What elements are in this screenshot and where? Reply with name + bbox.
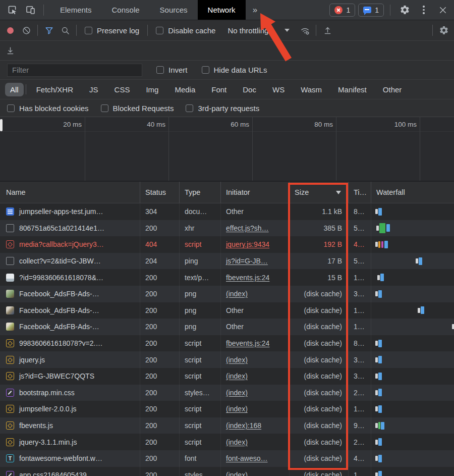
table-row[interactable]: 998360661618078?v=2.…200scriptfbevents.j… (0, 335, 454, 352)
checkbox-icon[interactable] (7, 104, 15, 112)
table-row[interactable]: jquery.js200script(index)(disk cache)3… (0, 351, 454, 368)
checkbox-icon[interactable] (186, 104, 193, 112)
record-button[interactable] (2, 23, 18, 37)
table-row[interactable]: bootstrap.min.css200styles…(index)(disk … (0, 385, 454, 401)
console-errors-badge[interactable]: 1 (329, 4, 355, 17)
request-initiator[interactable]: js?id=G-JB… (226, 257, 268, 265)
filter-pill-font[interactable]: Font (206, 83, 232, 96)
hide-data-urls-checkbox[interactable] (202, 66, 209, 74)
request-name: jquery-3.1.1.min.js (19, 438, 77, 446)
preserve-log-checkbox[interactable] (85, 27, 92, 34)
table-row[interactable]: js?id=G-JBWEC7QQTS200script(index)(disk … (0, 368, 454, 385)
request-name: Facebook_AdsFB-Ads-… (19, 290, 99, 298)
filter-pill-fetch-xhr[interactable]: Fetch/XHR (31, 83, 78, 96)
timeline-overview[interactable]: 20 ms40 ms60 ms80 ms100 ms (0, 117, 454, 182)
filter-pill-wasm[interactable]: Wasm (296, 83, 327, 96)
column-header-ti[interactable]: Ti… (348, 182, 371, 203)
column-header-label: Ti… (354, 188, 367, 196)
request-initiator[interactable]: (index) (226, 471, 248, 476)
throttling-value: No throttling (228, 26, 268, 35)
disable-cache-toggle[interactable]: Disable cache (151, 26, 220, 35)
column-header-type[interactable]: Type (179, 182, 220, 203)
waterfall-blue-bar (381, 422, 384, 430)
column-header-status[interactable]: Status (140, 182, 179, 203)
tab-elements[interactable]: Elements (50, 0, 102, 20)
settings-gear-icon[interactable] (396, 3, 413, 18)
request-initiator[interactable]: fbevents.js:24 (226, 274, 269, 282)
checkbox-icon[interactable] (101, 104, 108, 112)
column-header-initiator[interactable]: Initiator (220, 182, 289, 203)
table-row[interactable]: Facebook_AdsFB-Ads-…200pngOther(disk cac… (0, 302, 454, 319)
table-row[interactable]: jquery-3.1.1.min.js200script(index)(disk… (0, 434, 454, 450)
filter-checkbox-2[interactable]: 3rd-party requests (186, 104, 259, 113)
throttling-dropdown[interactable]: No throttling (223, 26, 294, 35)
import-har-icon[interactable] (319, 23, 335, 37)
filter-pill-js[interactable]: JS (84, 83, 103, 96)
table-row[interactable]: collect?v=2&tid=G-JBW…204pingjs?id=G-JB…… (0, 253, 454, 270)
table-row[interactable]: fbevents.js200script(index):168(disk cac… (0, 417, 454, 434)
filter-pill-ws[interactable]: WS (267, 83, 290, 96)
tab-sources[interactable]: Sources (150, 0, 198, 20)
filter-pill-other[interactable]: Other (378, 83, 407, 96)
request-initiator[interactable]: fbevents.js:24 (226, 339, 269, 347)
request-initiator[interactable]: (index) (226, 389, 248, 397)
table-row[interactable]: jumpseller-apps-test.jum…304docu…Other1.… (0, 203, 454, 220)
waterfall-bars (371, 422, 384, 430)
request-initiator[interactable]: (index):168 (226, 421, 261, 430)
table-row[interactable]: media?callback=jQuery3…404scriptjquery.j… (0, 236, 454, 253)
search-icon[interactable] (57, 23, 73, 37)
checkbox-label: Has blocked cookies (19, 104, 89, 113)
export-har-icon[interactable] (2, 43, 18, 58)
network-conditions-icon[interactable] (297, 23, 313, 37)
preserve-log-toggle[interactable]: Preserve log (80, 26, 144, 35)
filter-pill-all[interactable]: All (5, 83, 24, 96)
table-row[interactable]: Facebook_AdsFB-Ads-…200png(index)(disk c… (0, 286, 454, 302)
chevron-down-icon (285, 29, 290, 32)
table-row[interactable]: ?id=998360661618078&…200text/p…fbevents.… (0, 269, 454, 286)
hide-data-urls-toggle[interactable]: Hide data URLs (202, 66, 272, 74)
request-initiator[interactable]: jquery.js:9434 (226, 240, 269, 248)
filter-checkbox-1[interactable]: Blocked Requests (101, 104, 174, 113)
filter-input[interactable]: Filter (7, 64, 142, 77)
column-header-waterfall[interactable]: Waterfall (371, 182, 454, 203)
request-status: 200 (140, 220, 179, 237)
table-row[interactable]: jumpseller-2.0.0.js200script(index)(disk… (0, 401, 454, 417)
inspect-element-icon[interactable] (4, 3, 20, 18)
filter-pill-doc[interactable]: Doc (238, 83, 261, 96)
column-header-name[interactable]: Name (0, 182, 140, 203)
request-initiator[interactable]: (index) (226, 438, 248, 446)
filter-funnel-icon[interactable] (41, 23, 57, 37)
more-tabs-chevron[interactable]: » (246, 0, 264, 20)
close-icon[interactable] (435, 3, 451, 18)
tab-console[interactable]: Console (102, 0, 150, 20)
column-header-size[interactable]: Size (289, 182, 348, 203)
filter-pill-media[interactable]: Media (169, 83, 200, 96)
issues-badge[interactable]: 1 (358, 4, 384, 17)
device-toolbar-icon[interactable] (22, 3, 38, 18)
table-row[interactable]: Facebook_AdsFB-Ads-…200pngOther(disk cac… (0, 319, 454, 335)
filter-pill-img[interactable]: Img (141, 83, 163, 96)
tab-network[interactable]: Network (198, 0, 246, 20)
kebab-menu-icon[interactable] (416, 3, 432, 18)
filter-pill-manifest[interactable]: Manifest (333, 83, 372, 96)
request-status: 200 (140, 269, 179, 286)
table-row[interactable]: 806751a65c1a021414e1…200xhreffect.js?sh…… (0, 220, 454, 237)
table-row[interactable]: app.css21684605439200styles(index)(disk … (0, 467, 454, 476)
filter-pill-css[interactable]: CSS (109, 83, 135, 96)
invert-checkbox[interactable] (156, 66, 164, 74)
table-row[interactable]: fontawesome-webfont.w…200fontfont-aweso…… (0, 450, 454, 467)
request-initiator[interactable]: (index) (226, 405, 248, 413)
disable-cache-checkbox[interactable] (156, 27, 163, 34)
request-initiator[interactable]: effect.js?sh… (226, 224, 269, 232)
filter-checkbox-0[interactable]: Has blocked cookies (7, 104, 89, 113)
request-initiator[interactable]: font-aweso… (226, 454, 267, 462)
request-initiator[interactable]: (index) (226, 356, 248, 364)
request-name-cell: fbevents.js (0, 417, 140, 434)
network-settings-gear-icon[interactable] (436, 23, 452, 37)
overview-drag-handle[interactable] (0, 119, 3, 131)
request-initiator[interactable]: (index) (226, 372, 248, 380)
clear-icon[interactable] (18, 23, 34, 37)
invert-toggle[interactable]: Invert (151, 66, 193, 74)
timeline-tick-label: 100 ms (394, 121, 417, 128)
request-initiator[interactable]: (index) (226, 290, 248, 298)
